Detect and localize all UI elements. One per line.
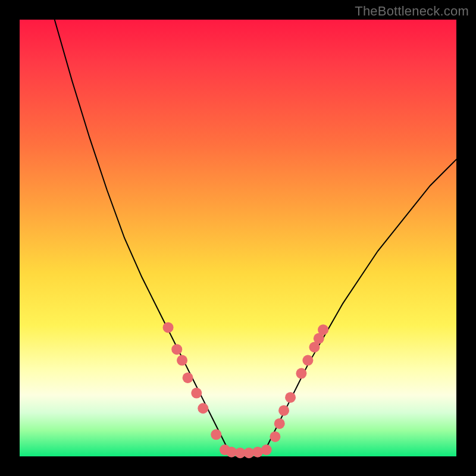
data-point (198, 403, 208, 414)
data-point (171, 344, 182, 355)
chart-frame: TheBottleneck.com (0, 0, 476, 476)
data-point (211, 429, 221, 440)
data-point (302, 355, 313, 366)
data-point (278, 405, 289, 416)
data-point (191, 388, 202, 399)
chart-svg (20, 20, 456, 456)
bottleneck-curve (55, 20, 456, 454)
data-point (177, 355, 187, 366)
data-point (270, 431, 280, 442)
markers-group (163, 322, 329, 458)
data-point (296, 368, 306, 379)
data-point (183, 372, 193, 383)
curve-group (55, 20, 456, 454)
data-point (163, 322, 174, 333)
plot-area (20, 20, 456, 456)
data-point (285, 392, 296, 403)
watermark-text: TheBottleneck.com (355, 4, 469, 19)
data-point (318, 324, 328, 335)
data-point (274, 418, 285, 429)
data-point (261, 444, 272, 455)
